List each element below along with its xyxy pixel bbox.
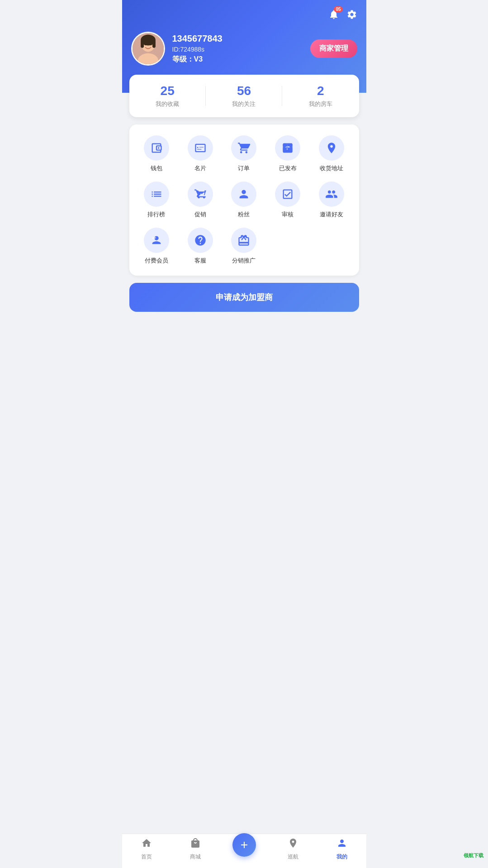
service-icon-circle [188,228,213,253]
svg-rect-5 [152,40,155,48]
ranking-icon-circle [144,181,169,207]
following-label: 我的关注 [206,100,282,108]
svg-text:VIP: VIP [152,237,156,239]
home-icon [141,838,152,851]
menu-address[interactable]: 收货地址 [312,135,352,172]
card-label: 名片 [194,164,206,172]
shop-icon [190,838,201,851]
menu-published[interactable]: 已发布 [268,135,308,172]
fans-icon-circle [231,181,256,207]
review-icon-circle [275,181,300,207]
published-icon-circle [275,135,300,161]
nav-shop-label: 商城 [190,853,201,861]
order-label: 订单 [238,164,250,172]
address-icon-circle [319,135,344,161]
favorites-label: 我的收藏 [129,100,206,108]
nav-home[interactable]: 首页 [122,838,171,861]
following-count: 56 [206,84,282,98]
promo-icon-circle [188,181,213,207]
settings-icon[interactable] [346,9,357,23]
user-phone: 1345677843 [172,33,303,44]
nav-my-label: 我的 [336,853,347,861]
menu-ranking[interactable]: 排行榜 [137,181,177,219]
invite-icon-circle [319,181,344,207]
menu-invite[interactable]: 邀请好友 [312,181,352,219]
notification-icon[interactable]: 05 [328,9,339,23]
apply-banner-text: 申请成为加盟商 [216,293,273,302]
rv-count: 2 [282,84,359,98]
nav-my[interactable]: 我的 [317,838,366,861]
stats-card: 25 我的收藏 56 我的关注 2 我的房车 [129,75,359,117]
menu-fans[interactable]: 粉丝 [224,181,264,219]
avatar[interactable] [131,32,165,66]
distribute-icon-circle [231,228,256,253]
stat-following[interactable]: 56 我的关注 [206,84,282,108]
menu-vip[interactable]: VIP 付费会员 [137,228,177,265]
wallet-icon-circle [144,135,169,161]
apply-banner[interactable]: 申请成为加盟商 [129,283,359,312]
stat-favorites[interactable]: 25 我的收藏 [129,84,206,108]
card-icon-circle [188,135,213,161]
distribute-label: 分销推广 [232,257,256,265]
user-details: 1345677843 ID:724988s 等级：V3 [172,33,303,64]
svg-point-7 [149,43,152,45]
nav-center [220,842,269,857]
order-icon-circle [231,135,256,161]
user-id: ID:724988s [172,46,303,53]
manage-button[interactable]: 商家管理 [310,39,357,58]
menu-service[interactable]: 客服 [180,228,220,265]
favorites-count: 25 [129,84,206,98]
notification-badge: 05 [334,6,342,12]
menu-grid: 钱包 名片 订单 已发布 [137,135,352,265]
nav-navigate-label: 巡航 [288,853,298,861]
nav-add-button[interactable] [232,833,256,857]
menu-distribute[interactable]: 分销推广 [224,228,264,265]
user-info: 1345677843 ID:724988s 等级：V3 商家管理 [131,32,357,66]
vip-label: 付费会员 [145,257,168,265]
published-label: 已发布 [279,164,297,172]
address-label: 收货地址 [320,164,343,172]
nav-shop[interactable]: 商城 [171,838,220,861]
invite-label: 邀请好友 [320,210,343,219]
nav-navigate[interactable]: 巡航 [269,838,317,861]
review-label: 审核 [282,210,294,219]
menu-wallet[interactable]: 钱包 [137,135,177,172]
menu-promo[interactable]: 促销 [180,181,220,219]
nav-home-label: 首页 [141,853,152,861]
promo-label: 促销 [194,210,206,219]
menu-order[interactable]: 订单 [224,135,264,172]
wallet-label: 钱包 [151,164,162,172]
ranking-label: 排行榜 [147,210,165,219]
menu-card[interactable]: 名片 [180,135,220,172]
my-icon [336,838,347,851]
user-level: 等级：V3 [172,55,303,64]
fans-label: 粉丝 [238,210,250,219]
service-label: 客服 [194,257,206,265]
menu-card: 钱包 名片 订单 已发布 [129,124,359,276]
navigate-icon [288,838,298,851]
rv-label: 我的房车 [282,100,359,108]
bottom-nav: 首页 商城 巡航 我的 [122,834,366,868]
vip-icon-circle: VIP [144,228,169,253]
stat-rv[interactable]: 2 我的房车 [282,84,359,108]
svg-point-8 [158,147,160,149]
svg-rect-4 [141,40,144,48]
menu-review[interactable]: 审核 [268,181,308,219]
header-icons: 05 [131,9,357,23]
svg-point-6 [144,43,146,45]
